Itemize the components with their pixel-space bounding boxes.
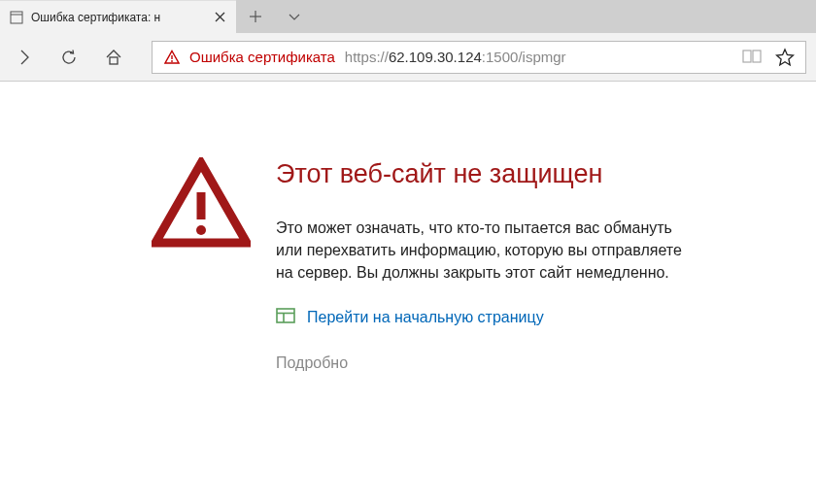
forward-button[interactable] [2,36,47,79]
url-path: /ispmgr [518,49,565,65]
toolbar: Ошибка сертификата https://62.109.30.124… [0,33,816,82]
svg-point-15 [196,225,206,235]
error-heading: Этот веб-сайт не защищен [276,159,684,189]
svg-rect-16 [277,309,294,322]
svg-rect-14 [197,192,206,219]
url-host: 62.109.30.124 [389,49,482,65]
tab-actions [236,0,314,33]
home-button[interactable] [91,36,136,79]
tab-close-button[interactable] [211,9,228,26]
browser-tab[interactable]: Ошибка сертификата: н [0,0,236,33]
error-message: Этот веб-сайт не защищен Это может означ… [276,157,684,372]
refresh-button[interactable] [47,36,91,79]
start-page-icon [276,308,295,327]
favorite-button[interactable] [774,47,796,68]
address-bar-actions [741,47,799,68]
nav-buttons [0,36,136,79]
svg-rect-10 [743,50,751,62]
svg-point-9 [171,60,173,62]
error-description: Это может означать, что кто-то пытается … [276,217,684,285]
certificate-error-label: Ошибка сертификата [189,49,335,65]
go-home-link[interactable]: Перейти на начальную страницу [276,308,684,327]
url-text: https://62.109.30.124:1500/ispmgr [345,49,731,65]
warning-triangle-icon [152,157,251,372]
reading-view-button[interactable] [741,47,763,68]
page-icon [10,11,23,24]
svg-rect-0 [11,12,22,23]
address-bar[interactable]: Ошибка сертификата https://62.109.30.124… [152,41,806,74]
svg-marker-12 [777,50,794,65]
tab-title: Ошибка сертификата: н [31,11,203,24]
svg-rect-11 [753,50,761,62]
go-home-link-text: Перейти на начальную страницу [307,309,544,326]
url-port: :1500 [482,49,519,65]
tab-overflow-button[interactable] [275,0,314,33]
certificate-warning-icon [164,50,180,65]
page-content: Этот веб-сайт не защищен Это может означ… [0,82,816,372]
tab-bar: Ошибка сертификата: н [0,0,816,33]
svg-rect-6 [110,57,118,64]
url-scheme: https:// [345,49,389,65]
details-link[interactable]: Подробно [276,354,684,372]
new-tab-button[interactable] [236,0,275,33]
